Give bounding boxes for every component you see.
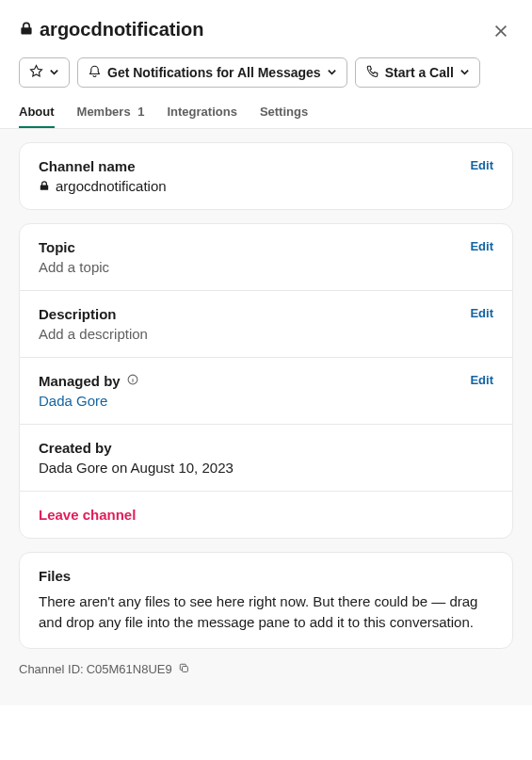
- tab-about[interactable]: About: [19, 105, 55, 128]
- leave-channel-button[interactable]: Leave channel: [39, 507, 493, 523]
- channel-id-value: C05M61N8UE9: [87, 662, 172, 676]
- tabs: About Members 1 Integrations Settings: [0, 105, 532, 129]
- files-empty-text: There aren't any files to see here right…: [39, 591, 493, 633]
- chevron-down-icon: [49, 65, 59, 80]
- members-label: Members: [77, 105, 131, 119]
- channel-name-value: argocdnotification: [39, 178, 167, 194]
- description-value: Add a description: [39, 326, 148, 342]
- star-button[interactable]: [19, 57, 70, 88]
- channel-id-prefix: Channel ID:: [19, 662, 84, 676]
- topic-label: Topic: [39, 239, 109, 255]
- managed-by-label: Managed by: [39, 373, 139, 389]
- close-button[interactable]: [489, 19, 513, 46]
- edit-description[interactable]: Edit: [470, 306, 493, 320]
- tab-integrations[interactable]: Integrations: [167, 105, 236, 128]
- notifications-button[interactable]: Get Notifications for All Messages: [77, 57, 347, 88]
- bell-icon: [88, 64, 102, 81]
- star-icon: [29, 64, 43, 81]
- channel-name-label: Channel name: [39, 158, 167, 174]
- members-count: 1: [137, 105, 144, 119]
- tab-members[interactable]: Members 1: [77, 105, 145, 128]
- chevron-down-icon: [459, 65, 470, 80]
- notifications-label: Get Notifications for All Messages: [107, 65, 321, 80]
- lock-icon: [19, 19, 34, 40]
- channel-title-text: argocdnotification: [40, 19, 203, 40]
- channel-id: Channel ID: C05M61N8UE9: [19, 662, 513, 677]
- tab-settings[interactable]: Settings: [260, 105, 308, 128]
- managed-by-value[interactable]: Dada Gore: [39, 393, 139, 409]
- start-call-button[interactable]: Start a Call: [355, 57, 480, 88]
- created-by-label: Created by: [39, 440, 493, 456]
- lock-icon: [39, 178, 50, 194]
- description-label: Description: [39, 306, 148, 322]
- edit-managed-by[interactable]: Edit: [470, 373, 493, 387]
- phone-icon: [365, 64, 379, 81]
- chevron-down-icon: [327, 65, 337, 80]
- created-by-value: Dada Gore on August 10, 2023: [39, 460, 493, 476]
- page-title: argocdnotification: [19, 19, 203, 40]
- edit-topic[interactable]: Edit: [470, 239, 493, 253]
- edit-channel-name[interactable]: Edit: [470, 158, 493, 172]
- call-label: Start a Call: [385, 65, 454, 80]
- svg-rect-1: [182, 666, 187, 671]
- topic-value: Add a topic: [39, 259, 109, 275]
- info-icon[interactable]: [126, 373, 139, 389]
- files-label: Files: [39, 568, 493, 584]
- copy-icon[interactable]: [178, 662, 190, 677]
